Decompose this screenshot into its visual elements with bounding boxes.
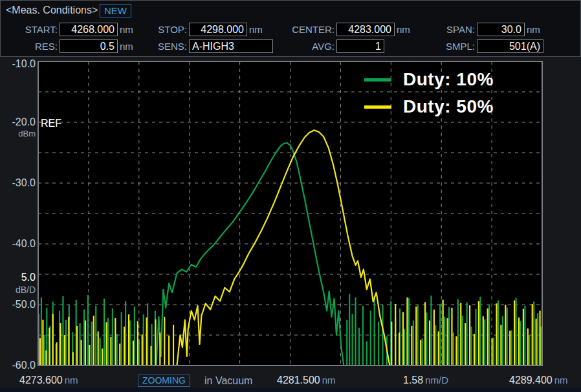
x-stop-value: 4289.400 <box>509 375 553 386</box>
x-start-unit: nm <box>65 375 78 386</box>
field-start: START: 4268.000 nm <box>5 22 133 36</box>
zooming-badge[interactable]: ZOOMING <box>138 375 190 387</box>
duty10-line-swatch <box>364 78 391 82</box>
x-start-value: 4273.600 <box>19 375 63 386</box>
field-smpl: SMPL: 501(A) <box>426 39 543 53</box>
y-axis-label: -10.0 <box>0 58 36 70</box>
vacuum-indicator: in Vacuum <box>204 375 252 387</box>
smpl-input[interactable]: 501(A) <box>477 39 543 53</box>
osa-screen: { "header": { "title": "<Meas. Condition… <box>0 0 581 392</box>
field-span: SPAN: 30.0 nm <box>426 22 540 36</box>
span-label: SPAN: <box>426 24 475 35</box>
x-scale-label: 1.58nm/D <box>403 375 448 386</box>
duty10-label: Duty: 10% <box>403 69 494 90</box>
res-unit: nm <box>120 41 133 52</box>
span-input[interactable]: 30.0 <box>477 23 525 36</box>
legend: Duty: 10% Duty: 50% <box>364 66 494 120</box>
duty50-line-swatch <box>364 105 391 109</box>
panel-title: <Meas. Conditions> <box>6 5 98 16</box>
field-res: RES: 0.5 nm <box>5 39 133 53</box>
y-scale-value: 5.0 <box>0 272 36 283</box>
x-stop-unit: nm <box>554 375 568 386</box>
res-label: RES: <box>5 41 58 52</box>
start-label: START: <box>5 24 58 35</box>
x-axis-start-label: 4273.600nm <box>19 375 78 386</box>
avg-label: AVG: <box>278 41 334 52</box>
smpl-label: SMPL: <box>426 41 475 52</box>
spectrum-plot <box>0 0 581 392</box>
x-axis-stop-label: 4289.400nm <box>509 375 568 386</box>
y-axis-label: -50.0 <box>0 299 36 310</box>
field-stop: STOP: 4298.000 nm <box>142 22 263 36</box>
start-unit: nm <box>120 24 133 35</box>
stop-label: STOP: <box>142 24 187 35</box>
center-input[interactable]: 4283.000 <box>336 23 395 36</box>
y-axis-label: -40.0 <box>0 238 36 250</box>
stop-unit: nm <box>249 24 263 35</box>
avg-input[interactable]: 1 <box>336 39 384 53</box>
x-scale-unit: nm/D <box>425 375 448 386</box>
span-unit: nm <box>527 24 540 35</box>
new-badge[interactable]: NEW <box>100 4 131 17</box>
legend-item-duty10: Duty: 10% <box>364 66 494 93</box>
duty50-label: Duty: 50% <box>403 96 494 117</box>
sens-label: SENS: <box>142 41 187 52</box>
x-scale-value: 1.58 <box>403 375 423 386</box>
legend-item-duty50: Duty: 50% <box>364 93 494 120</box>
y-axis-label: -30.0 <box>0 177 36 189</box>
res-input[interactable]: 0.5 <box>60 39 118 53</box>
y-scale-unit: dB/D <box>0 285 36 295</box>
y-axis-label: -60.0 <box>0 360 36 371</box>
sens-input[interactable]: A-HIGH3 <box>189 39 273 53</box>
y-axis-label: -20.0 <box>0 116 36 128</box>
field-sens: SENS: A-HIGH3 <box>142 39 273 53</box>
x-axis-center-label: 4281.500nm <box>277 375 336 386</box>
center-unit: nm <box>397 24 410 35</box>
y-axis-unit: dBm <box>0 129 36 138</box>
start-input[interactable]: 4268.000 <box>60 23 118 36</box>
stop-input[interactable]: 4298.000 <box>189 23 247 36</box>
meas-conditions-panel: <Meas. Conditions> NEW START: 4268.000 n… <box>0 0 581 57</box>
center-label: CENTER: <box>278 24 334 35</box>
ref-level-label: REF <box>41 118 61 129</box>
x-center-unit: nm <box>322 375 336 386</box>
bottom-strip <box>0 388 581 392</box>
x-center-value: 4281.500 <box>277 375 320 386</box>
field-avg: AVG: 1 <box>278 39 384 53</box>
field-center: CENTER: 4283.000 nm <box>278 22 410 36</box>
